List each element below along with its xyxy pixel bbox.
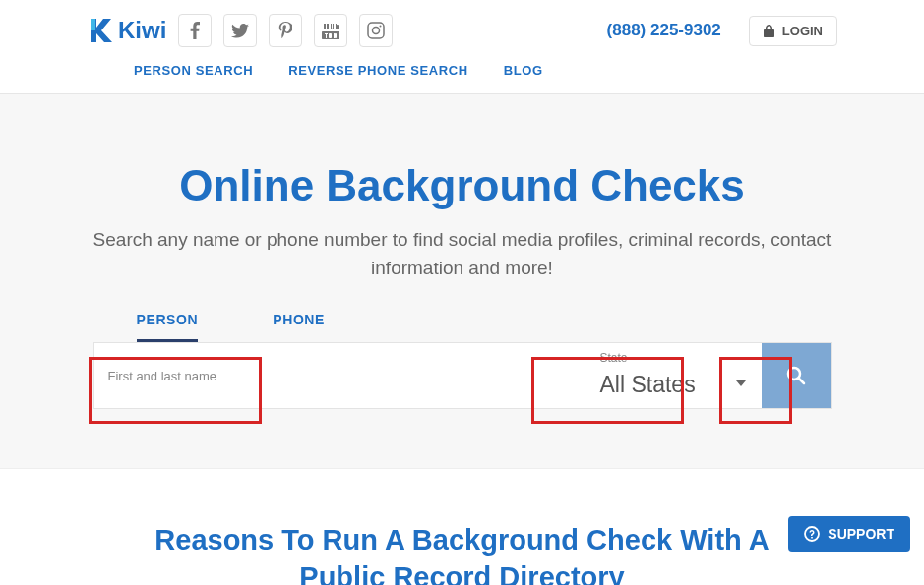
brand-logo[interactable]: Kiwi	[87, 17, 166, 44]
tab-phone[interactable]: PHONE	[273, 312, 325, 342]
support-button[interactable]: SUPPORT	[788, 516, 910, 552]
state-field-label: State	[600, 351, 628, 365]
search-tabs: PERSON PHONE	[93, 312, 832, 342]
name-input[interactable]	[94, 343, 586, 408]
search-icon	[786, 366, 806, 385]
chevron-down-icon	[736, 373, 746, 390]
state-value: All States	[600, 372, 696, 398]
hero-title: Online Background Checks	[0, 161, 924, 210]
youtube-icon[interactable]	[314, 14, 347, 47]
search-button[interactable]	[762, 343, 831, 408]
instagram-icon[interactable]	[359, 14, 393, 47]
lock-icon	[764, 25, 774, 37]
nav-blog[interactable]: BLOG	[504, 63, 543, 78]
section-title: Reasons To Run A Background Check With A…	[118, 522, 807, 585]
nav-reverse-phone-search[interactable]: REVERSE PHONE SEARCH	[288, 63, 467, 78]
facebook-icon[interactable]	[178, 14, 212, 47]
login-label: LOGIN	[782, 24, 823, 38]
help-icon	[804, 526, 820, 542]
phone-number[interactable]: (888) 225-9302	[607, 21, 721, 40]
tab-person[interactable]: PERSON	[137, 312, 199, 342]
logo-mark-icon	[87, 17, 112, 44]
svg-line-4	[799, 379, 804, 383]
brand-name: Kiwi	[118, 17, 166, 44]
nav-person-search[interactable]: PERSON SEARCH	[134, 63, 253, 78]
twitter-icon[interactable]	[223, 14, 257, 47]
support-label: SUPPORT	[828, 526, 894, 542]
primary-nav: PERSON SEARCH REVERSE PHONE SEARCH BLOG	[0, 47, 924, 94]
svg-point-1	[373, 28, 380, 34]
search-form: State All States	[93, 342, 832, 409]
pinterest-icon[interactable]	[269, 14, 302, 47]
login-button[interactable]: LOGIN	[749, 16, 837, 46]
state-select[interactable]: State All States	[586, 343, 762, 408]
svg-rect-0	[368, 23, 384, 38]
hero-subtitle: Search any name or phone number to find …	[89, 226, 836, 282]
svg-point-2	[380, 26, 382, 28]
